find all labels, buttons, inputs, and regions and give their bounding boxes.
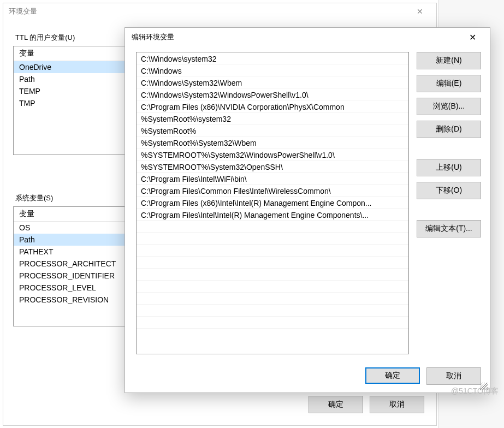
path-entry-empty[interactable] — [137, 233, 408, 245]
path-entry[interactable]: C:\Windows — [137, 64, 408, 76]
path-entry[interactable]: %SystemRoot%\system32 — [137, 112, 408, 124]
edit-text-button[interactable]: 编辑文本(T)... — [417, 220, 481, 237]
path-entry-empty[interactable] — [137, 221, 408, 233]
path-entry[interactable]: C:\Program Files\Intel\WiFi\bin\ — [137, 173, 408, 185]
env-ok-button[interactable]: 确定 — [309, 396, 363, 413]
path-entry[interactable]: C:\Windows\System32\WindowsPowerShell\v1… — [137, 88, 408, 100]
path-entries-list[interactable]: C:\Windows\system32C:\WindowsC:\Windows\… — [136, 52, 409, 354]
path-entry[interactable]: C:\Program Files (x86)\Intel\Intel(R) Ma… — [137, 197, 408, 209]
browse-button[interactable]: 浏览(B)... — [417, 98, 481, 115]
path-entry-empty[interactable] — [137, 245, 408, 257]
path-entry[interactable]: C:\Windows\system32 — [137, 52, 408, 64]
close-icon[interactable]: ✕ — [409, 3, 431, 20]
move-up-button[interactable]: 上移(U) — [417, 159, 481, 176]
edit-cancel-button[interactable]: 取消 — [426, 367, 481, 385]
new-button[interactable]: 新建(N) — [417, 52, 481, 69]
env-cancel-button[interactable]: 取消 — [370, 396, 424, 413]
path-entry[interactable]: %SystemRoot%\System32\Wbem — [137, 136, 408, 148]
move-down-button[interactable]: 下移(O) — [417, 182, 481, 199]
path-entry[interactable]: %SYSTEMROOT%\System32\OpenSSH\ — [137, 160, 408, 173]
delete-button[interactable]: 删除(D) — [417, 121, 481, 138]
resize-grip-icon[interactable] — [480, 383, 488, 390]
path-entry[interactable]: %SYSTEMROOT%\System32\WindowsPowerShell\… — [137, 148, 408, 160]
edit-ok-button[interactable]: 确定 — [365, 367, 420, 384]
edit-dialog-title: 编辑环境变量 — [132, 32, 174, 42]
path-entry[interactable]: C:\Program Files\Intel\Intel(R) Manageme… — [137, 209, 408, 221]
edit-environment-variable-dialog: 编辑环境变量 ✕ C:\Windows\system32C:\WindowsC:… — [124, 27, 490, 393]
path-entry-empty[interactable] — [137, 293, 408, 305]
path-entry[interactable]: %SystemRoot% — [137, 124, 408, 136]
path-entry-empty[interactable] — [137, 281, 408, 293]
path-entry-empty[interactable] — [137, 269, 408, 281]
edit-button[interactable]: 编辑(E) — [417, 75, 481, 92]
path-entry[interactable]: C:\Program Files (x86)\NVIDIA Corporatio… — [137, 100, 408, 112]
env-title-bar: 环境变量 ✕ — [3, 3, 436, 20]
path-entry-empty[interactable] — [137, 317, 408, 329]
path-entry[interactable]: C:\Windows\System32\Wbem — [137, 76, 408, 88]
path-entry-empty[interactable] — [137, 305, 408, 317]
env-dialog-title: 环境变量 — [9, 7, 37, 16]
path-entry-empty[interactable] — [137, 257, 408, 269]
path-entry[interactable]: C:\Program Files\Common Files\Intel\Wire… — [137, 185, 408, 197]
close-icon[interactable]: ✕ — [461, 29, 483, 45]
edit-title-bar: 编辑环境变量 ✕ — [125, 28, 490, 46]
